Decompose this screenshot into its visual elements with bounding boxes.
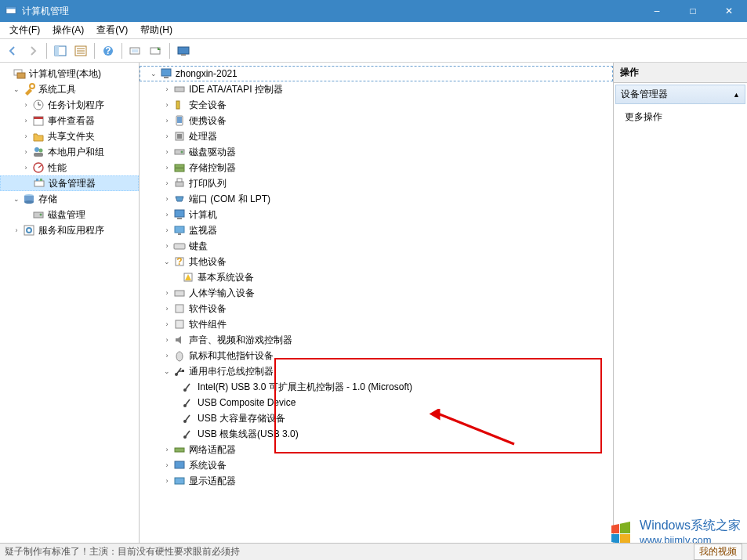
tree-node-audio[interactable]: ›声音、视频和游戏控制器 xyxy=(140,332,613,348)
expander-icon[interactable]: ⌄ xyxy=(148,68,159,79)
expander-icon[interactable]: ⌄ xyxy=(11,84,22,95)
expander-icon[interactable]: › xyxy=(161,162,172,173)
tree-node-local-users[interactable]: › 本地用户和组 xyxy=(0,144,139,160)
expander-icon[interactable]: › xyxy=(20,162,31,173)
tree-label: 系统设备 xyxy=(189,459,227,472)
tree-node-keyboard[interactable]: ›键盘 xyxy=(140,238,613,254)
expander-icon[interactable]: › xyxy=(161,287,172,298)
tree-node-software-dev[interactable]: ›软件设备 xyxy=(140,301,613,316)
tree-node-mouse[interactable]: ›鼠标和其他指针设备 xyxy=(140,348,613,363)
expander-icon[interactable]: › xyxy=(20,146,31,157)
tree-node-ide[interactable]: ›IDE ATA/ATAPI 控制器 xyxy=(140,81,613,97)
tree-node-ports[interactable]: ›端口 (COM 和 LPT) xyxy=(140,191,613,207)
help-button[interactable]: ? xyxy=(99,42,118,60)
expander-icon[interactable]: ⌄ xyxy=(11,193,22,204)
expander-icon[interactable]: › xyxy=(161,209,172,220)
tree-node-hid[interactable]: ›人体学输入设备 xyxy=(140,285,613,301)
actions-section[interactable]: 设备管理器 ▲ xyxy=(615,85,745,104)
tree-node-network[interactable]: ›网络适配器 xyxy=(140,442,613,457)
tree-node-system-dev[interactable]: ›系统设备 xyxy=(140,457,613,473)
expander-icon[interactable]: › xyxy=(161,303,172,314)
ide-icon xyxy=(173,83,186,96)
menu-help[interactable]: 帮助(H) xyxy=(134,22,179,38)
tree-node-root[interactable]: ▷ 计算机管理(本地) xyxy=(0,66,139,81)
bottom-tab[interactable]: 我的视频 xyxy=(694,544,742,560)
tree-node-display[interactable]: ›显示适配器 xyxy=(140,473,613,489)
tree-node-printqueue[interactable]: ›打印队列 xyxy=(140,175,613,191)
tree-node-usb-mass-storage[interactable]: USB 大容量存储设备 xyxy=(140,410,613,426)
forward-button[interactable] xyxy=(24,42,42,60)
center-pane[interactable]: ⌄ zhongxin-2021 ›IDE ATA/ATAPI 控制器 ›安全设备… xyxy=(140,63,614,560)
refresh-button[interactable] xyxy=(147,42,165,60)
expander-icon[interactable]: › xyxy=(161,193,172,204)
expander-icon[interactable]: › xyxy=(161,460,172,471)
tree-node-other[interactable]: ⌄?其他设备 xyxy=(140,254,613,269)
menu-view[interactable]: 查看(V) xyxy=(90,22,134,38)
tree-node-services-apps[interactable]: › 服务和应用程序 xyxy=(0,222,139,238)
close-button[interactable]: ✕ xyxy=(711,0,747,22)
expander-icon[interactable]: › xyxy=(161,350,172,361)
expander-icon[interactable]: › xyxy=(161,115,172,126)
tree-node-security[interactable]: ›安全设备 xyxy=(140,97,613,113)
expander-icon[interactable]: › xyxy=(161,475,172,486)
tree-node-storage[interactable]: ⌄ 存储 xyxy=(0,191,139,207)
tree-node-other-child[interactable]: 基本系统设备 xyxy=(140,269,613,285)
scan-hardware-button[interactable] xyxy=(126,42,145,60)
tree-node-event-viewer[interactable]: › 事件查看器 xyxy=(0,113,139,128)
tree-node-diskdrive[interactable]: ›磁盘驱动器 xyxy=(140,144,613,160)
tree-node-usb-composite[interactable]: USB Composite Device xyxy=(140,395,613,410)
expander-icon[interactable]: › xyxy=(161,84,172,95)
expander-icon[interactable]: › xyxy=(161,131,172,142)
expander-icon[interactable]: › xyxy=(161,334,172,345)
tree-node-computer-root[interactable]: ⌄ zhongxin-2021 xyxy=(140,66,613,81)
tree-node-portable[interactable]: ›便携设备 xyxy=(140,113,613,128)
properties-button[interactable] xyxy=(71,42,90,60)
expander-icon[interactable]: › xyxy=(20,99,31,110)
event-icon xyxy=(32,114,45,127)
tree-node-usb-intel[interactable]: Intel(R) USB 3.0 可扩展主机控制器 - 1.0 (Microso… xyxy=(140,379,613,395)
tree-node-usb-root-hub[interactable]: USB 根集线器(USB 3.0) xyxy=(140,426,613,442)
expander-icon[interactable]: › xyxy=(161,178,172,189)
svg-point-63 xyxy=(176,352,183,361)
tree-node-task-scheduler[interactable]: › 任务计划程序 xyxy=(0,97,139,113)
tree-label: 本地用户和组 xyxy=(48,146,104,159)
expander-icon[interactable]: › xyxy=(20,115,31,126)
services-icon xyxy=(23,224,35,237)
show-hide-tree-button[interactable] xyxy=(51,42,70,60)
tree-node-monitor[interactable]: ›监视器 xyxy=(140,222,613,238)
expander-icon[interactable]: › xyxy=(161,225,172,236)
keyboard-icon xyxy=(173,240,186,252)
tree-node-performance[interactable]: › 性能 xyxy=(0,160,139,175)
expander-icon[interactable]: › xyxy=(161,240,172,251)
tree-node-disk-mgmt[interactable]: › 磁盘管理 xyxy=(0,207,139,222)
tree-node-usb[interactable]: ⌄通用串行总线控制器 xyxy=(140,363,613,379)
expander-icon[interactable]: › xyxy=(161,99,172,110)
tree-label: 磁盘管理 xyxy=(48,208,85,222)
maximize-button[interactable]: □ xyxy=(675,0,711,22)
tree-node-software-comp[interactable]: ›软件组件 xyxy=(140,316,613,332)
tree-node-shared-folders[interactable]: › 共享文件夹 xyxy=(0,128,139,144)
expander-icon[interactable]: › xyxy=(161,146,172,157)
expander-icon[interactable]: › xyxy=(20,131,31,142)
tree-node-computer[interactable]: ›计算机 xyxy=(140,207,613,222)
audio-icon xyxy=(173,334,186,346)
expander-icon[interactable]: ⌄ xyxy=(161,256,172,267)
more-actions[interactable]: 更多操作 xyxy=(614,106,747,128)
menu-file[interactable]: 文件(F) xyxy=(3,22,46,38)
tree-node-storagectrl[interactable]: ›存储控制器 xyxy=(140,160,613,175)
shared-folder-icon xyxy=(32,130,45,143)
expander-icon[interactable]: › xyxy=(161,319,172,330)
tree-node-device-manager[interactable]: › 设备管理器 xyxy=(0,175,139,191)
tree-label: 处理器 xyxy=(189,130,217,143)
tree-node-cpu[interactable]: ›处理器 xyxy=(140,128,613,144)
back-button[interactable] xyxy=(3,42,22,60)
left-pane[interactable]: ▷ 计算机管理(本地) ⌄ 系统工具 › 任务计划程序 › 事件查看器 xyxy=(0,63,140,560)
expander-icon[interactable]: ⌄ xyxy=(161,366,172,377)
tree-node-system-tools[interactable]: ⌄ 系统工具 xyxy=(0,81,139,97)
portable-icon xyxy=(173,114,186,127)
expander-icon[interactable]: › xyxy=(11,225,22,236)
minimize-button[interactable]: – xyxy=(639,0,675,22)
menu-action[interactable]: 操作(A) xyxy=(46,22,90,38)
expander-icon[interactable]: › xyxy=(161,444,172,455)
monitor-button[interactable] xyxy=(174,42,193,60)
